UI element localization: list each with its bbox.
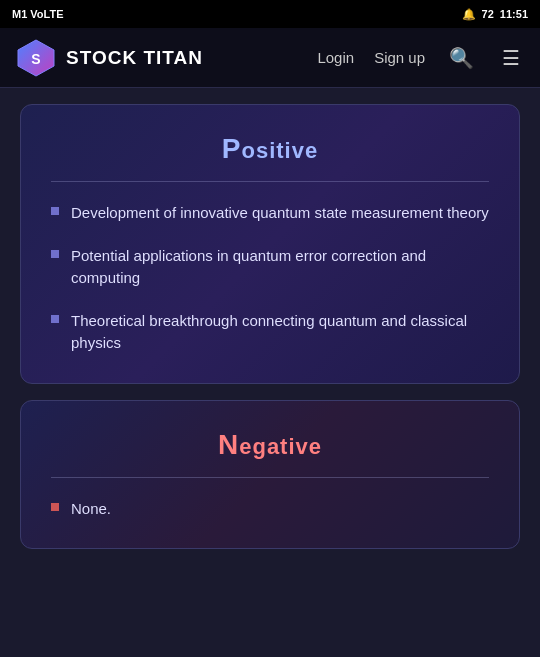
- positive-title-rest: ositive: [241, 138, 318, 163]
- negative-item-1-text: None.: [71, 498, 111, 521]
- battery-icon: 🔔: [462, 8, 476, 21]
- carrier-text: M1 VoLTE: [12, 8, 64, 20]
- status-left: M1 VoLTE: [12, 8, 64, 20]
- svg-text:S: S: [31, 51, 40, 67]
- positive-bullet-list: Development of innovative quantum state …: [51, 202, 489, 355]
- signup-link[interactable]: Sign up: [374, 49, 425, 66]
- time-text: 11:51: [500, 8, 528, 20]
- negative-card-title: Negative: [51, 429, 489, 461]
- positive-item-2-text: Potential applications in quantum error …: [71, 245, 489, 290]
- positive-card: Positive Development of innovative quant…: [20, 104, 520, 384]
- positive-item-1-text: Development of innovative quantum state …: [71, 202, 489, 225]
- positive-divider: [51, 181, 489, 182]
- negative-card: Negative None.: [20, 400, 520, 550]
- positive-item-3-text: Theoretical breakthrough connecting quan…: [71, 310, 489, 355]
- navbar: S STOCK TITAN Login Sign up 🔍 ☰: [0, 28, 540, 88]
- positive-card-title: Positive: [51, 133, 489, 165]
- positive-title-letter: P: [222, 133, 242, 164]
- logo-area: S STOCK TITAN: [16, 38, 317, 78]
- nav-links: Login Sign up 🔍 ☰: [317, 42, 524, 74]
- positive-item-2: Potential applications in quantum error …: [51, 245, 489, 290]
- status-right: 🔔 72 11:51: [462, 8, 528, 21]
- positive-item-3: Theoretical breakthrough connecting quan…: [51, 310, 489, 355]
- main-content: Positive Development of innovative quant…: [0, 88, 540, 565]
- negative-bullet-icon-1: [51, 503, 59, 511]
- logo-icon: S: [16, 38, 56, 78]
- logo-text: STOCK TITAN: [66, 47, 203, 69]
- negative-title-rest: egative: [239, 434, 322, 459]
- battery-text: 72: [482, 8, 494, 20]
- bullet-icon-2: [51, 250, 59, 258]
- status-bar: M1 VoLTE 🔔 72 11:51: [0, 0, 540, 28]
- negative-title-letter: N: [218, 429, 239, 460]
- menu-icon[interactable]: ☰: [498, 42, 524, 74]
- negative-item-1: None.: [51, 498, 489, 521]
- login-link[interactable]: Login: [317, 49, 354, 66]
- search-icon[interactable]: 🔍: [445, 42, 478, 74]
- bullet-icon-3: [51, 315, 59, 323]
- negative-bullet-list: None.: [51, 498, 489, 521]
- positive-item-1: Development of innovative quantum state …: [51, 202, 489, 225]
- bullet-icon-1: [51, 207, 59, 215]
- negative-divider: [51, 477, 489, 478]
